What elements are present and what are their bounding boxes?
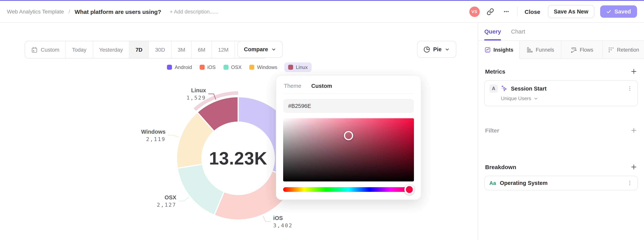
date-range-12m[interactable]: 12M <box>212 41 235 58</box>
tab-chart[interactable]: Chart <box>511 23 525 41</box>
tab-retention-label: Retention <box>617 47 639 53</box>
saved-button-label: Saved <box>614 9 631 15</box>
more-options-icon[interactable] <box>501 7 511 17</box>
aggregation-dropdown[interactable]: Unique Users <box>501 96 633 101</box>
tab-funnels[interactable]: Funnels <box>519 41 561 59</box>
header: Web Analytics Template / What platform a… <box>0 1 644 23</box>
compare-button[interactable]: Compare <box>237 41 283 58</box>
metrics-heading: Metrics <box>485 68 505 75</box>
pie-slice-osx[interactable] <box>177 164 224 215</box>
analysis-type-tabs: Insights Funnels Flows Retention <box>478 41 644 59</box>
add-breakdown-button[interactable] <box>630 164 637 170</box>
slice-label-name: OSX <box>164 194 176 200</box>
label-connector <box>263 216 271 221</box>
breakdown-card[interactable]: Aa Operating System <box>484 176 638 190</box>
chart-canvas: CustomTodayYesterday7D30D3M6M12MXTD Comp… <box>0 23 478 240</box>
pie-center-total: 13.23K <box>209 148 267 168</box>
aggregation-label: Unique Users <box>501 96 531 101</box>
chevron-down-icon <box>534 96 538 101</box>
hue-gradient-bar[interactable] <box>283 187 414 192</box>
tab-custom[interactable]: Custom <box>311 83 332 89</box>
date-range-3m[interactable]: 3M <box>171 41 192 58</box>
flows-icon <box>570 46 577 53</box>
label-connector <box>179 197 189 201</box>
tab-flows[interactable]: Flows <box>561 41 602 59</box>
tab-query[interactable]: Query <box>484 23 501 41</box>
date-range-6m[interactable]: 6M <box>192 41 212 58</box>
date-range-control: CustomTodayYesterday7D30D3M6M12MXTD <box>24 41 266 59</box>
breadcrumb[interactable]: Web Analytics Template <box>7 9 64 15</box>
add-description-button[interactable]: + Add description...... <box>170 9 218 15</box>
date-range-7d[interactable]: 7D <box>129 41 149 58</box>
saved-button[interactable]: Saved <box>600 6 637 18</box>
plus-icon <box>630 164 637 170</box>
slice-label-value: 2,119 <box>146 136 166 142</box>
breakdown-heading: Breakdown <box>485 164 516 170</box>
date-range-30d[interactable]: 30D <box>149 41 171 58</box>
hue-slider[interactable] <box>283 187 414 192</box>
date-range-yesterday[interactable]: Yesterday <box>92 41 129 58</box>
slice-label-value: 2,127 <box>157 202 176 208</box>
tab-insights-label: Insights <box>494 47 514 53</box>
add-metric-button[interactable] <box>630 68 637 75</box>
color-picker-tabs: Theme Custom <box>283 82 414 94</box>
app-root: Web Analytics Template / What platform a… <box>0 0 644 240</box>
slice-label-value: 3,402 <box>273 222 292 228</box>
tab-theme[interactable]: Theme <box>284 83 301 89</box>
save-as-new-button[interactable]: Save As New <box>548 5 594 18</box>
tab-flows-label: Flows <box>580 47 594 53</box>
metric-event-name[interactable]: Session Start <box>511 86 546 92</box>
breakdown-options-kebab-icon[interactable] <box>627 180 633 186</box>
hex-color-input[interactable]: #B2596E <box>283 99 414 113</box>
calendar-icon <box>31 46 38 53</box>
breadcrumb-separator: / <box>68 9 70 15</box>
metric-card[interactable]: A Session Start Unique Users <box>484 80 638 106</box>
slice-label-name: iOS <box>273 215 283 221</box>
check-icon <box>606 9 612 14</box>
breakdown-section-header: Breakdown <box>485 164 637 170</box>
filter-section-header: Filter <box>485 127 637 134</box>
date-range-custom[interactable]: Custom <box>25 41 66 58</box>
close-button[interactable]: Close <box>523 6 542 17</box>
header-divider <box>517 7 517 17</box>
retention-icon <box>608 46 614 53</box>
compare-label: Compare <box>244 46 268 52</box>
filter-heading: Filter <box>485 127 499 134</box>
slice-label-value: 1,529 <box>186 95 206 101</box>
avatar[interactable]: VS <box>469 6 480 17</box>
pie-chart-icon <box>424 46 430 53</box>
label-connector <box>168 135 179 137</box>
plus-icon <box>630 127 637 134</box>
hue-handle[interactable] <box>404 184 414 194</box>
chart-type-label: Pie <box>433 46 442 52</box>
event-sparkle-icon <box>501 85 508 92</box>
saturation-area[interactable] <box>283 118 414 181</box>
insights-icon <box>484 46 491 53</box>
chevron-down-icon <box>445 47 450 52</box>
sidebar-tabs: Query Chart <box>478 23 644 41</box>
share-link-icon[interactable] <box>485 7 495 17</box>
chevron-down-icon <box>271 47 276 52</box>
header-actions: VS Close Save As New Saved <box>469 5 637 18</box>
add-filter-button[interactable] <box>630 127 637 134</box>
funnels-icon <box>526 46 533 53</box>
query-builder: Metrics A Session Start <box>478 59 644 196</box>
property-type-badge: Aa <box>489 180 496 186</box>
page-title[interactable]: What platform are users using? <box>75 8 161 15</box>
date-range-today[interactable]: Today <box>66 41 92 58</box>
chart-type-button[interactable]: Pie <box>417 41 456 58</box>
tab-funnels-label: Funnels <box>536 47 554 53</box>
metric-options-kebab-icon[interactable] <box>627 86 633 92</box>
plus-icon <box>630 68 637 75</box>
color-picker-popup: Theme Custom #B2596E <box>276 75 421 200</box>
query-sidebar: Query Chart Insights Funnels Flows <box>478 23 644 240</box>
metrics-section-header: Metrics <box>485 68 637 75</box>
tab-retention[interactable]: Retention <box>602 41 644 59</box>
tab-insights[interactable]: Insights <box>478 41 519 59</box>
slice-label-name: Windows <box>141 129 166 135</box>
saturation-handle[interactable] <box>344 131 353 140</box>
slice-label-name: Linux <box>191 87 206 93</box>
breakdown-property-name[interactable]: Operating System <box>500 180 548 186</box>
metric-series-badge: A <box>489 84 498 93</box>
